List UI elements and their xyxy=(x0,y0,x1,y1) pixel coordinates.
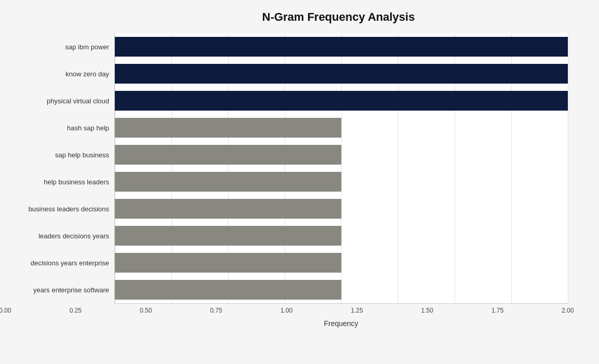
y-label: help business leaders xyxy=(44,179,109,185)
bar xyxy=(115,280,341,300)
bar-row xyxy=(115,168,568,195)
bar-row xyxy=(115,141,568,168)
bar-row xyxy=(115,249,568,276)
bar xyxy=(115,226,341,246)
y-label: decisions years enterprise xyxy=(31,260,109,266)
y-label: sap ibm power xyxy=(65,44,109,50)
x-tick-label: 1.75 xyxy=(491,307,503,314)
bar xyxy=(115,64,568,84)
y-label: hash sap help xyxy=(67,125,109,131)
bars-section: sap ibm powerknow zero dayphysical virtu… xyxy=(5,33,568,304)
bar xyxy=(115,145,341,165)
x-tick-label: 0.00 xyxy=(0,307,11,314)
y-label: leaders decisions years xyxy=(38,233,109,239)
chart-title: N-Gram Frequency Analysis xyxy=(5,10,568,24)
y-label: years enterprise software xyxy=(33,287,109,293)
y-label: physical virtual cloud xyxy=(47,98,109,104)
bar xyxy=(115,253,341,273)
chart-area: sap ibm powerknow zero dayphysical virtu… xyxy=(5,33,568,304)
x-tick-label: 1.25 xyxy=(351,307,363,314)
bar-row xyxy=(115,114,568,141)
y-label: business leaders decisions xyxy=(29,206,109,212)
bar-row xyxy=(115,33,568,60)
bar xyxy=(115,199,341,219)
bar xyxy=(115,118,341,138)
bar xyxy=(115,91,568,111)
chart-container: N-Gram Frequency Analysis sap ibm powerk… xyxy=(0,0,599,364)
bar-row xyxy=(115,195,568,222)
x-tick-label: 0.25 xyxy=(70,307,82,314)
x-axis-title: Frequency xyxy=(5,319,568,328)
x-tick-label: 0.50 xyxy=(140,307,152,314)
bar-row xyxy=(115,87,568,114)
bars-and-grid xyxy=(114,33,568,304)
bar-row xyxy=(115,60,568,87)
x-tick-label: 1.00 xyxy=(281,307,292,314)
bar-row xyxy=(115,222,568,249)
x-tick-label: 1.50 xyxy=(421,307,433,314)
bar-row xyxy=(115,276,568,303)
bar xyxy=(115,37,568,57)
x-tick-label: 2.00 xyxy=(562,307,574,314)
y-label: know zero day xyxy=(65,71,109,77)
x-tick-label: 0.75 xyxy=(210,307,222,314)
bar xyxy=(115,172,341,192)
y-label: sap help business xyxy=(55,152,109,158)
y-labels: sap ibm powerknow zero dayphysical virtu… xyxy=(5,33,114,304)
